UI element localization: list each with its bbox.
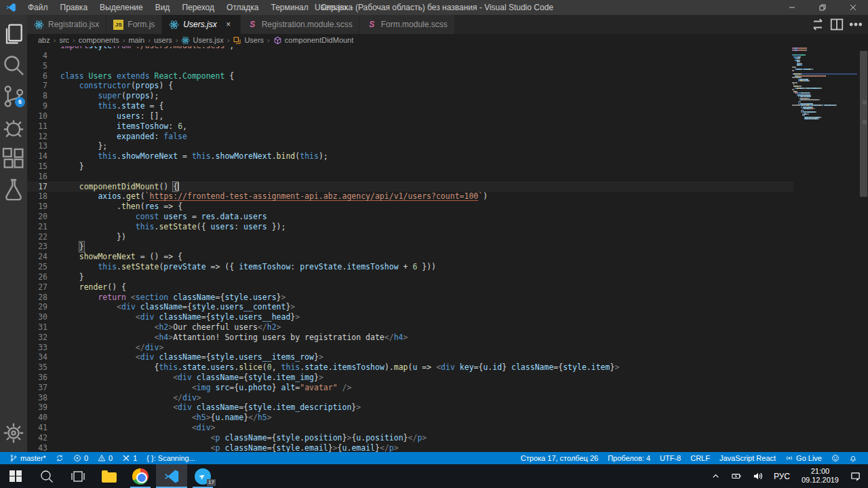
code-line-18[interactable]: 18 axios.get(`https://frontend-test-assi… bbox=[27, 191, 793, 202]
code-line-10[interactable]: 10 users: [], bbox=[27, 111, 793, 121]
code-line-32[interactable]: 32 <h4>Attantion! Sorting users by regis… bbox=[27, 333, 793, 343]
taskbar-telegram-button[interactable]: ➤17 bbox=[187, 464, 218, 488]
code-line-15[interactable]: 15 } bbox=[27, 162, 793, 172]
status-git-branch[interactable]: master* bbox=[5, 452, 50, 464]
code-line-41[interactable]: 41 <div> bbox=[27, 423, 793, 433]
breadcrumb-componentDidMount[interactable]: componentDidMount bbox=[273, 36, 354, 45]
code-line-39[interactable]: 39 <div className={style.item_descriptio… bbox=[27, 402, 793, 413]
code-line-37[interactable]: 37 <img src={u.photo} alt="avatar" /> bbox=[27, 383, 793, 393]
code-line-27[interactable]: 27 render() { bbox=[27, 282, 793, 293]
menu-Выделение[interactable]: Выделение bbox=[94, 0, 149, 15]
menu-Справка[interactable]: Справка bbox=[315, 0, 359, 15]
code-line-13[interactable]: 13 }; bbox=[27, 141, 793, 151]
status-warnings[interactable]: 0 bbox=[94, 452, 117, 464]
code-line-30[interactable]: 30 <div className={style.users__head}> bbox=[27, 312, 793, 322]
code-line-4[interactable]: 4 bbox=[27, 51, 793, 61]
code-line-21[interactable]: 21 this.setState({ users: users }); bbox=[27, 222, 793, 232]
code-line-8[interactable]: 8 super(props); bbox=[27, 91, 793, 101]
code-editor[interactable]: import style from './Users.module.scss';… bbox=[27, 46, 868, 452]
code-line-23[interactable]: 23 } bbox=[27, 242, 793, 252]
code-line-35[interactable]: 35 {this.state.users.slice(0, this.state… bbox=[27, 362, 793, 373]
menu-Файл[interactable]: Файл bbox=[22, 0, 54, 15]
menu-Терминал[interactable]: Терминал bbox=[264, 0, 314, 15]
code-line-31[interactable]: 31 <h2>Our cheerful users</h2> bbox=[27, 322, 793, 333]
tab-Registration.module.scss[interactable]: SRegistration.module.scss bbox=[241, 15, 359, 34]
code-line-16[interactable]: 16 bbox=[27, 172, 793, 182]
code-line-26[interactable]: 26 } bbox=[27, 272, 793, 282]
status-cursor-position[interactable]: Строка 17, столбец 26 bbox=[517, 452, 602, 464]
status-sync[interactable] bbox=[52, 452, 68, 464]
menu-Переход[interactable]: Переход bbox=[176, 0, 220, 15]
status-scanning[interactable]: { }: Scanning... bbox=[142, 452, 199, 464]
activity-test-button[interactable] bbox=[0, 176, 27, 204]
breadcrumb-Users[interactable]: Users bbox=[233, 36, 264, 45]
taskbar-start-button[interactable] bbox=[0, 464, 31, 488]
code-line-11[interactable]: 11 itemsToshow: 6, bbox=[27, 121, 793, 132]
minimize-button[interactable] bbox=[776, 0, 807, 15]
status-errors[interactable]: 0 bbox=[69, 452, 92, 464]
menu-Правка[interactable]: Правка bbox=[54, 0, 94, 15]
activity-explorer-button[interactable] bbox=[0, 20, 27, 48]
editor-scrollbar[interactable] bbox=[859, 46, 868, 452]
activity-debug-button[interactable] bbox=[0, 114, 27, 141]
minimap[interactable] bbox=[792, 48, 857, 448]
code-line-42[interactable]: 42 <p className={style.position}>{u.posi… bbox=[27, 433, 793, 443]
taskbar-chrome-button[interactable] bbox=[125, 464, 156, 488]
code-line-7[interactable]: 7 constructor(props) { bbox=[27, 81, 793, 91]
clock[interactable]: 21:00 09.12.2019 bbox=[796, 464, 844, 488]
open-changes-button[interactable] bbox=[810, 16, 826, 33]
action-center-icon[interactable] bbox=[846, 464, 865, 488]
activity-source-control-button[interactable]: 6 bbox=[0, 83, 27, 110]
code-line-20[interactable]: 20 const users = res.data.users bbox=[27, 212, 793, 222]
activity-search-button[interactable] bbox=[0, 52, 27, 79]
breadcrumb-main[interactable]: main bbox=[128, 36, 144, 44]
code-line-43[interactable]: 43 <p className={style.email}>{u.email}<… bbox=[27, 443, 793, 452]
breadcrumb-users[interactable]: users bbox=[154, 36, 172, 44]
tray-chevron-up-icon[interactable] bbox=[706, 464, 726, 488]
tab-Form.module.scss[interactable]: SForm.module.scss bbox=[360, 15, 454, 34]
taskbar-explorer-button[interactable] bbox=[94, 464, 125, 488]
more-actions-button[interactable] bbox=[848, 16, 864, 33]
code-line-12[interactable]: 12 expanded: false bbox=[27, 132, 793, 142]
battery-icon[interactable] bbox=[727, 464, 747, 488]
breadcrumb-components[interactable]: components bbox=[79, 36, 119, 44]
code-line-25[interactable]: 25 this.setState(prevState => ({ itemsTo… bbox=[27, 262, 793, 272]
taskbar-task-view-button[interactable] bbox=[62, 464, 94, 488]
code-line-6[interactable]: 6class Users extends React.Component { bbox=[27, 71, 793, 81]
activity-manage-button[interactable] bbox=[0, 419, 27, 447]
status-tools-count[interactable]: 1 bbox=[118, 452, 141, 464]
status-eol[interactable]: CRLF bbox=[686, 452, 714, 464]
scrollbar-thumb[interactable] bbox=[860, 51, 867, 197]
menu-Отладка[interactable]: Отладка bbox=[220, 0, 264, 15]
tab-Users.jsx[interactable]: Users.jsx× bbox=[162, 15, 239, 34]
code-line-9[interactable]: 9 this.state = { bbox=[27, 101, 793, 111]
code-line-40[interactable]: 40 <h5>{u.name}</h5> bbox=[27, 413, 793, 423]
status-language-mode[interactable]: JavaScript React bbox=[715, 452, 780, 464]
code-line-38[interactable]: 38 </div> bbox=[27, 393, 793, 403]
tab-Form.js[interactable]: JSForm.js bbox=[106, 15, 161, 34]
menu-Вид[interactable]: Вид bbox=[149, 0, 176, 15]
volume-icon[interactable] bbox=[748, 464, 768, 488]
code-line-14[interactable]: 14 this.showMoreNext = this.showMoreNext… bbox=[27, 151, 793, 162]
status-feedback[interactable] bbox=[827, 452, 844, 464]
close-button[interactable] bbox=[837, 0, 868, 15]
code-area[interactable]: import style from './Users.module.scss';… bbox=[27, 46, 793, 452]
code-line-19[interactable]: 19 .then(res => { bbox=[27, 202, 793, 212]
restore-button[interactable] bbox=[807, 0, 837, 15]
code-line-5[interactable]: 5 bbox=[27, 61, 793, 71]
language-indicator[interactable]: РУС bbox=[769, 464, 795, 488]
code-line-24[interactable]: 24 showMoreNext = () => { bbox=[27, 252, 793, 262]
code-line-28[interactable]: 28 return <section className={style.user… bbox=[27, 293, 793, 303]
status-go-live[interactable]: Go Live bbox=[781, 452, 826, 464]
code-line-36[interactable]: 36 <div className={style.item_img}> bbox=[27, 373, 793, 383]
taskbar-search-button[interactable] bbox=[31, 464, 62, 488]
code-line-34[interactable]: 34 <div className={style.users__items_ro… bbox=[27, 352, 793, 362]
code-line-22[interactable]: 22 }) bbox=[27, 232, 793, 242]
status-notifications[interactable] bbox=[845, 452, 861, 464]
status-encoding[interactable]: UTF-8 bbox=[656, 452, 685, 464]
breadcrumb-Users.jsx[interactable]: Users.jsx bbox=[181, 36, 223, 45]
code-line-33[interactable]: 33 </div> bbox=[27, 343, 793, 353]
code-line-29[interactable]: 29 <div className={style.users__content}… bbox=[27, 302, 793, 312]
split-editor-button[interactable] bbox=[829, 16, 845, 33]
status-indentation[interactable]: Пробелов: 4 bbox=[604, 452, 654, 464]
